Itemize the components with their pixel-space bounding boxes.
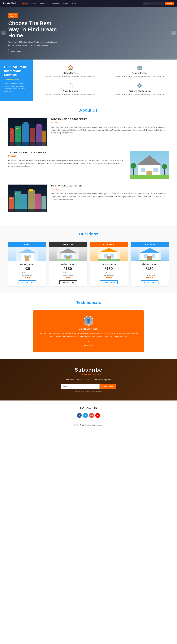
subscribe-button[interactable]: SUBSCRIBE bbox=[100, 384, 116, 389]
dot-3[interactable] bbox=[89, 345, 90, 346]
listing-icon: 📋 bbox=[39, 83, 102, 88]
about-row-2: 14 AGENTS FOR YOUR SERVICE 5/01/2018 Pro… bbox=[8, 151, 169, 179]
plan-expensive-select-button[interactable]: SELECT PLAN bbox=[100, 280, 118, 284]
search-bar: Search bbox=[143, 2, 174, 6]
plan-platinum-feature-1: triple bedroom bbox=[132, 272, 167, 274]
youtube-icon[interactable]: ▶ bbox=[95, 413, 100, 418]
testimonial-name: JOHN WARNER bbox=[39, 328, 138, 330]
svg-rect-13 bbox=[16, 128, 17, 129]
nav-brand: Estate Mark bbox=[3, 2, 17, 5]
svg-rect-8 bbox=[37, 124, 41, 126]
nav-contact[interactable]: Contact bbox=[71, 2, 80, 6]
plan-expensive-feature-2: swimming pool bbox=[91, 274, 127, 276]
google-plus-icon[interactable]: g+ bbox=[89, 413, 94, 418]
about-text-2: 14 AGENTS FOR YOUR SERVICE 5/01/2018 Pro… bbox=[8, 151, 126, 168]
service-item-management: ⚙️ Property Management Realityspace has … bbox=[105, 80, 174, 98]
about-date-1: 5/01/2018 bbox=[51, 122, 169, 124]
about-date-3: 5/01/2018 bbox=[51, 188, 169, 191]
plan-basic-image bbox=[8, 247, 46, 261]
about-title-2: 14 AGENTS FOR YOUR SERVICE bbox=[8, 151, 126, 154]
about-section: About Us bbox=[0, 101, 177, 225]
plan-standard: STANDARD Medium Estates $180 triple bedr… bbox=[49, 242, 87, 286]
svg-rect-40 bbox=[8, 209, 47, 212]
plan-platinum-body: Platinum Estates $180 triple bedroom swi… bbox=[131, 261, 169, 286]
plan-standard-stars: ★★★ bbox=[50, 276, 86, 279]
hero-badge: Surprise family!! bbox=[8, 12, 18, 18]
dot-1[interactable] bbox=[84, 345, 86, 346]
testimonial-avatar: 👤 bbox=[84, 316, 93, 326]
hero-next-button[interactable]: › bbox=[172, 31, 176, 35]
dot-2[interactable] bbox=[87, 345, 88, 346]
plan-basic-feature-2: swimming pool bbox=[10, 274, 45, 276]
twitter-icon[interactable]: t bbox=[83, 413, 88, 418]
services-tagline: live in dream home bbox=[4, 78, 29, 81]
follow-section: Follow Us f t g+ ▶ © 2018 Estate Mark. A… bbox=[0, 400, 177, 432]
svg-rect-33 bbox=[29, 189, 33, 192]
about-title-3: BEST PRICE GUARANTEE! bbox=[51, 184, 169, 187]
testimonial-text: Lorem ipsum dolor sit amet, consectetur … bbox=[39, 332, 138, 338]
svg-rect-14 bbox=[17, 128, 18, 129]
subscribe-email-input[interactable] bbox=[61, 384, 100, 389]
social-icons: f t g+ ▶ bbox=[5, 413, 172, 418]
svg-rect-38 bbox=[15, 194, 16, 194]
follow-title: Follow Us bbox=[5, 406, 172, 410]
dot-4[interactable] bbox=[91, 345, 93, 346]
plan-expensive: EXPENSIVE Luxary Estates $150 Triple bed… bbox=[90, 242, 128, 286]
plan-platinum: PLATINUM Platinum Estates $180 triple be… bbox=[131, 242, 169, 286]
hero-cta-button[interactable]: Read More » bbox=[8, 49, 24, 54]
plans-section: Our Plans BASIC Normal Estates $30 doubl… bbox=[0, 225, 177, 293]
nav-home[interactable]: Home bbox=[21, 2, 29, 6]
search-input[interactable] bbox=[143, 2, 164, 6]
svg-rect-36 bbox=[10, 198, 10, 199]
nav-links: Home About Services Properties Pages Con… bbox=[21, 2, 143, 6]
plan-basic-select-button[interactable]: SELECT PLAN bbox=[18, 280, 36, 284]
service-desc-saling: Realityspace has the largest inventory o… bbox=[39, 75, 102, 78]
plan-platinum-feature-2: swimming pool bbox=[132, 274, 167, 276]
plan-standard-image bbox=[49, 247, 87, 261]
svg-rect-16 bbox=[8, 142, 47, 146]
about-date-2: 5/01/2018 bbox=[8, 155, 126, 158]
about-image-3 bbox=[8, 184, 47, 212]
search-button[interactable]: Search bbox=[165, 2, 174, 5]
nav-services[interactable]: Services bbox=[38, 2, 49, 6]
saling-icon: 🏠 bbox=[39, 65, 102, 70]
about-image-2 bbox=[130, 151, 169, 179]
svg-rect-53 bbox=[57, 259, 79, 261]
plan-expensive-body: Luxary Estates $150 Triple bedroom swimm… bbox=[90, 261, 128, 286]
plan-basic-body: Normal Estates $30 double bedroom swimmi… bbox=[8, 261, 46, 286]
service-desc-renting: Realityspace has the largest inventory o… bbox=[108, 75, 172, 78]
testimonials-section: Testimonials 👤 JOHN WARNER Lorem ipsum d… bbox=[0, 293, 177, 359]
plan-platinum-price: $180 bbox=[132, 266, 167, 271]
facebook-icon[interactable]: f bbox=[77, 413, 82, 418]
plan-basic-stars: ★★★ bbox=[10, 276, 45, 279]
svg-rect-67 bbox=[139, 260, 161, 261]
about-row-1: WIDE RANGE OF PROPERTIES 5/01/2018 Proin… bbox=[8, 118, 169, 146]
renting-icon: 🏢 bbox=[108, 65, 172, 70]
svg-rect-20 bbox=[141, 168, 145, 172]
services-left-desc: Realityspace has the largest inventory o… bbox=[4, 83, 29, 92]
plan-platinum-stars: ★★★★ bbox=[132, 276, 167, 279]
testimonial-dots bbox=[39, 345, 138, 346]
subscribe-form: SUBSCRIBE bbox=[61, 384, 116, 389]
plan-expensive-stars: ★★★★ bbox=[91, 276, 127, 279]
service-desc-management: Realityspace has the largest inventory o… bbox=[108, 93, 172, 96]
svg-rect-51 bbox=[69, 255, 72, 258]
management-icon: ⚙️ bbox=[108, 83, 172, 88]
navigation: Estate Mark Home About Services Properti… bbox=[0, 0, 177, 7]
plan-basic: BASIC Normal Estates $30 double bedroom … bbox=[8, 242, 46, 286]
about-title-1: WIDE RANGE OF PROPERTIES bbox=[51, 118, 169, 120]
plan-standard-select-button[interactable]: SELECT PLAN bbox=[59, 280, 77, 284]
plan-platinum-select-button[interactable]: SELECT PLAN bbox=[141, 280, 159, 284]
service-title-management: Property Management bbox=[108, 90, 172, 92]
nav-properties[interactable]: Properties bbox=[49, 2, 61, 6]
nav-about[interactable]: About bbox=[30, 2, 38, 6]
about-text-1: WIDE RANGE OF PROPERTIES 5/01/2018 Proin… bbox=[51, 118, 169, 134]
svg-rect-2 bbox=[10, 128, 13, 130]
subscribe-subtitle: TO MY NEWSLETTER bbox=[5, 374, 172, 376]
plan-standard-feature-1: triple bedroom bbox=[50, 272, 86, 274]
nav-pages[interactable]: Pages bbox=[61, 2, 70, 6]
service-item-renting: 🏢 Renting Service Realityspace has the l… bbox=[105, 62, 174, 80]
plan-platinum-header: PLATINUM bbox=[131, 242, 169, 247]
subscribe-title: Subscribe bbox=[5, 367, 172, 373]
plan-platinum-name: Platinum Estates bbox=[132, 263, 167, 266]
